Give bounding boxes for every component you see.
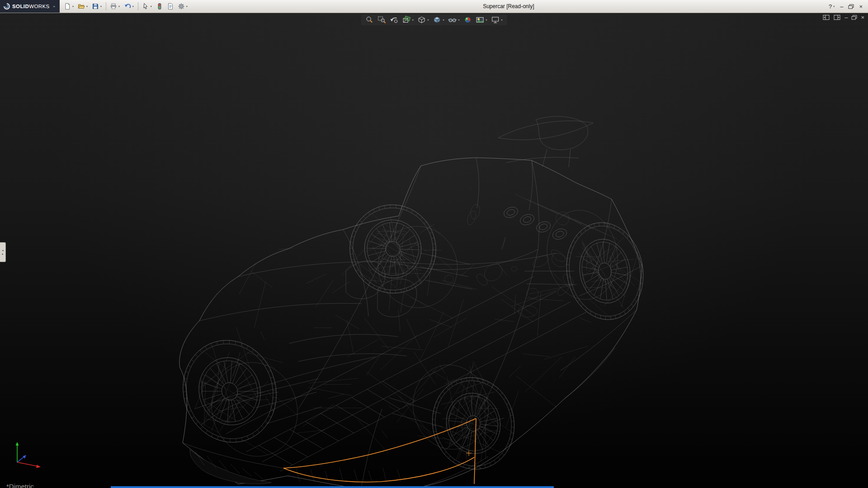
title-bar: SOLIDWORKS » ▼ ▼ ▼ ▼ ▼ ▼ (0, 0, 868, 13)
view-orientation-cube-icon (417, 16, 426, 24)
toolbar-separator (106, 2, 106, 10)
graphics-area[interactable]: ▼ ▼ ▼ ▼ ▼ ▼ – (0, 13, 868, 488)
toolbar-overflow-chevron[interactable]: » (53, 5, 55, 9)
display-style-button[interactable]: ▼ (432, 15, 446, 24)
print-button[interactable]: ▼ (108, 1, 122, 12)
save-floppy-icon (92, 3, 99, 10)
hide-show-glasses-icon (448, 16, 457, 24)
dropdown-arrow-icon[interactable]: ▼ (150, 5, 152, 8)
logo-text: SOLIDWORKS (12, 4, 50, 9)
edit-appearance-button[interactable] (462, 15, 473, 24)
pane-next-button[interactable] (834, 14, 841, 20)
window-controls: ?▼ – × (825, 4, 868, 9)
rebuild-button[interactable] (154, 1, 165, 12)
car-wireframe-model (170, 116, 651, 488)
help-button[interactable]: ?▼ (829, 4, 835, 9)
open-button[interactable]: ▼ (76, 1, 90, 12)
triad-x-axis (17, 462, 38, 466)
print-icon (110, 3, 117, 10)
zoom-to-area-icon (377, 16, 387, 24)
previous-view-icon (390, 16, 399, 24)
status-strip (111, 486, 554, 488)
zoom-to-fit-icon (365, 16, 374, 24)
dropdown-arrow-icon[interactable]: ▼ (186, 5, 188, 8)
collapse-right-arrow-icon: ► (2, 252, 4, 256)
dropdown-arrow-icon[interactable]: ▼ (427, 19, 429, 21)
save-button[interactable]: ▼ (90, 1, 104, 12)
zoom-to-area-button[interactable] (377, 15, 387, 24)
open-folder-icon (78, 3, 85, 10)
select-cursor-icon (142, 3, 149, 10)
document-restore-button[interactable] (851, 15, 857, 20)
dropdown-arrow-icon[interactable]: ▼ (412, 19, 414, 21)
dropdown-arrow-icon[interactable]: ▼ (458, 19, 460, 21)
window-title: Supercar [Read-only] (192, 3, 825, 9)
dassault-swirl-icon (4, 3, 10, 9)
triad-z-axis (17, 456, 24, 462)
pane-left-icon (823, 14, 830, 20)
edit-appearance-ball-icon (463, 16, 472, 24)
document-minimize-button[interactable]: – (844, 14, 848, 20)
document-window-controls: – × (823, 14, 864, 20)
reference-triad[interactable] (2, 438, 47, 474)
section-view-button[interactable]: ▼ (401, 15, 415, 24)
triad-x-arrowhead (36, 465, 41, 468)
options-button[interactable]: ▼ (176, 1, 190, 12)
dropdown-arrow-icon[interactable]: ▼ (118, 5, 120, 8)
view-settings-monitor-icon (491, 16, 500, 24)
close-button[interactable]: × (859, 4, 863, 9)
triad-y-arrowhead (16, 442, 19, 446)
apply-scene-button[interactable]: ▼ (474, 15, 488, 24)
feature-manager-collapsed-tab[interactable]: ◄ ► (0, 242, 6, 262)
pane-right-icon (834, 14, 841, 20)
rebuild-stoplight-icon (156, 3, 163, 10)
dropdown-arrow-icon[interactable]: ▼ (500, 19, 503, 21)
view-orientation-button[interactable]: ▼ (416, 15, 430, 24)
dropdown-arrow-icon[interactable]: ▼ (443, 19, 445, 21)
triad-z-arrowhead (23, 455, 27, 459)
minimize-button[interactable]: – (840, 4, 843, 9)
display-style-cube-icon (433, 16, 442, 24)
hide-show-items-button[interactable]: ▼ (447, 15, 461, 24)
undo-button[interactable]: ▼ (122, 1, 136, 12)
view-orientation-label: *Dimetric (6, 483, 34, 488)
selected-edge[interactable] (283, 418, 476, 484)
dropdown-arrow-icon[interactable]: ▼ (485, 19, 487, 21)
restore-document-icon (851, 15, 857, 20)
maximize-button[interactable] (848, 4, 854, 9)
apply-scene-icon (475, 16, 484, 24)
dropdown-arrow-icon[interactable]: ▼ (72, 5, 74, 8)
dropdown-arrow-icon[interactable]: ▼ (833, 5, 835, 8)
view-settings-button[interactable]: ▼ (490, 15, 504, 24)
solidworks-logo: SOLIDWORKS » (0, 0, 60, 13)
select-button[interactable]: ▼ (140, 1, 154, 12)
options-gear-icon (178, 3, 185, 10)
standard-toolbar: ▼ ▼ ▼ ▼ ▼ ▼ ▼ (60, 1, 192, 12)
new-document-icon (64, 3, 71, 10)
dropdown-arrow-icon[interactable]: ▼ (100, 5, 102, 8)
section-view-icon (402, 16, 411, 24)
restore-window-icon (848, 4, 854, 9)
dropdown-arrow-icon[interactable]: ▼ (86, 5, 88, 8)
dropdown-arrow-icon[interactable]: ▼ (132, 5, 134, 8)
3d-viewport[interactable] (0, 13, 868, 488)
document-close-button[interactable]: × (861, 14, 864, 20)
collapse-left-arrow-icon: ◄ (2, 249, 4, 253)
previous-view-button[interactable] (389, 15, 400, 24)
heads-up-view-toolbar: ▼ ▼ ▼ ▼ ▼ ▼ (361, 14, 507, 25)
undo-arrow-icon (124, 3, 131, 10)
file-properties-button[interactable] (165, 1, 176, 12)
zoom-to-fit-button[interactable] (364, 15, 375, 24)
toolbar-separator (138, 2, 138, 10)
new-document-button[interactable]: ▼ (62, 1, 76, 12)
pane-previous-button[interactable] (823, 14, 830, 20)
file-properties-icon (167, 3, 174, 10)
